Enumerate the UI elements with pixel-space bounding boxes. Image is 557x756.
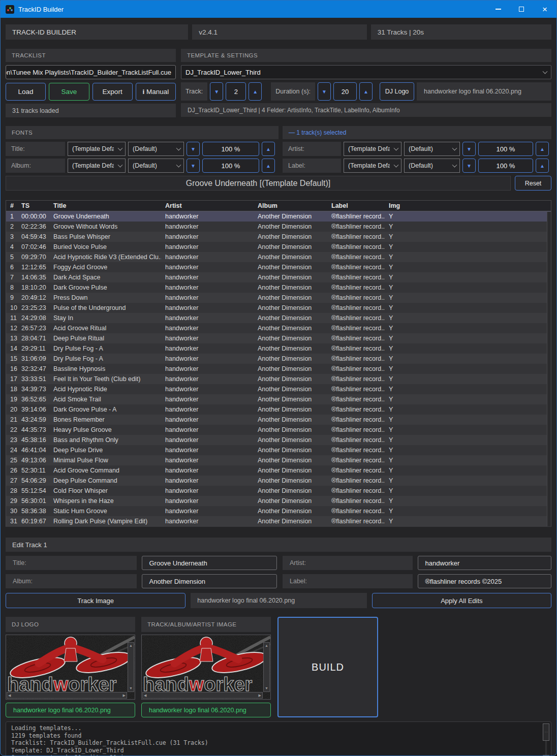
font-title-style-select[interactable]: (Default) (128, 142, 184, 156)
table-row[interactable]: 16 32:32:47 Bassline Hypnosis handworker… (6, 364, 551, 374)
font-artist-style-select[interactable]: (Default) (404, 142, 460, 156)
build-button[interactable]: BUILD (277, 617, 378, 717)
dj-logo-button[interactable]: DJ Logo (380, 82, 414, 101)
edit-label-input[interactable]: ®flashliner records ©2025 (418, 574, 552, 588)
table-row[interactable]: 31 60:19:67 Rolling Dark Pulse (Vampire … (6, 516, 551, 526)
table-row[interactable]: 9 20:49:12 Press Down handworker Another… (6, 293, 551, 303)
horizontal-scrollbar[interactable]: ◀▶ (142, 692, 263, 699)
table-row[interactable]: 13 28:04:71 Deep Pulse Ritual handworker… (6, 333, 551, 343)
table-row[interactable]: 7 14:06:35 Dark Acid Space handworker An… (6, 272, 551, 282)
track-value[interactable]: 2 (226, 82, 246, 101)
table-row[interactable]: 27 54:06:29 Deep Pulse Command handworke… (6, 476, 551, 486)
window-title: TrackID Builder (18, 6, 64, 13)
font-label-style-select[interactable]: (Default) (404, 159, 460, 173)
font-title-size-up[interactable]: ▲ (262, 142, 275, 156)
maximize-button[interactable] (510, 1, 533, 18)
log-line: Template: DJ_TrackID_Lower_Third (11, 747, 539, 754)
font-title-size-down[interactable]: ▼ (187, 142, 200, 156)
table-row[interactable]: 15 31:06:09 Dry Pulse Fog - A handworker… (6, 354, 551, 364)
duration-value[interactable]: 20 (333, 82, 357, 101)
table-row[interactable]: 12 26:57:23 Acid Groove Ritual handworke… (6, 323, 551, 333)
arrow-down-icon: ▼ (191, 146, 196, 152)
edit-album-input[interactable]: Another Dimension (142, 574, 277, 588)
font-artist-size-value[interactable]: 100 % (478, 142, 533, 156)
table-row[interactable]: 5 09:29:70 Acid Hypnotic Ride V3 (Extend… (6, 252, 551, 262)
chevron-down-icon (394, 163, 399, 168)
table-row[interactable]: 1 00:00:00 Groove Underneath handworker … (6, 211, 551, 222)
table-row[interactable]: 2 02:22:36 Groove Without Words handwork… (6, 222, 551, 232)
template-select[interactable]: DJ_TrackID_Lower_Third (181, 65, 551, 79)
vertical-scrollbar[interactable]: ▲▼ (263, 642, 270, 692)
horizontal-scrollbar[interactable]: ◀▶ (7, 692, 127, 699)
handworker-logo-image: handworker (6, 635, 135, 700)
font-artist-size-up[interactable]: ▲ (536, 142, 549, 156)
export-button[interactable]: Export (92, 83, 133, 101)
template-info: DJ_TrackID_Lower_Third | 4 Felder: Artis… (181, 103, 551, 117)
chevron-down-icon (452, 146, 457, 151)
table-row[interactable]: 26 52:30:11 Acid Groove Command handwork… (6, 465, 551, 476)
font-label-size-up[interactable]: ▲ (536, 159, 549, 173)
font-title-size-value[interactable]: 100 % (202, 142, 259, 156)
track-increment-button[interactable]: ▲ (249, 82, 262, 101)
font-album-size-value[interactable]: 100 % (202, 159, 259, 173)
track-decrement-button[interactable]: ▼ (210, 82, 223, 101)
log-output[interactable]: Loading templates... 1219 templates foun… (6, 721, 551, 756)
scrollbar-thumb[interactable]: ·· (543, 723, 549, 741)
table-row[interactable]: 23 45:38:16 Bass and Rhythm Only handwor… (6, 435, 551, 445)
font-title-family-select[interactable]: (Template Default) (68, 142, 126, 156)
log-scrollbar[interactable]: ·· ▼ (543, 723, 549, 756)
table-row[interactable]: 4 07:02:46 Buried Voice Pulse handworker… (6, 242, 551, 252)
font-album-size-down[interactable]: ▼ (187, 159, 200, 173)
font-artist-size-down[interactable]: ▼ (462, 142, 476, 156)
tracklist-path-input[interactable]: on\Tunee Mix Playlists\TrackID_Builder_T… (6, 65, 176, 79)
track-image-button[interactable]: Track Image (6, 593, 185, 608)
table-row[interactable]: 20 39:14:06 Dark Groove Pulse - A handwo… (6, 404, 551, 415)
table-row[interactable]: 22 44:35:73 Heavy Pulse Groove handworke… (6, 425, 551, 435)
chevron-down-icon (543, 69, 548, 74)
apply-all-edits-button[interactable]: Apply All Edits (372, 593, 551, 608)
table-row[interactable]: 6 12:12:65 Foggy Acid Groove handworker … (6, 262, 551, 272)
table-row[interactable]: 30 58:36:38 Static Hum Groove handworker… (6, 506, 551, 516)
reset-button[interactable]: Reset (515, 176, 551, 191)
table-row[interactable]: 8 18:10:20 Dark Groove Pulse handworker … (6, 282, 551, 293)
font-album-style-select[interactable]: (Default) (128, 159, 184, 173)
duration-increment-button[interactable]: ▲ (359, 82, 373, 101)
arrow-up-icon: ▲ (253, 89, 258, 94)
table-row[interactable]: 3 04:59:43 Bass Pulse Whisper handworker… (6, 232, 551, 242)
save-button[interactable]: Save (49, 83, 89, 101)
arrow-up-icon: ▲ (540, 146, 545, 152)
table-row[interactable]: 29 56:30:01 Whispers in the Haze handwor… (6, 496, 551, 506)
font-album-size-up[interactable]: ▲ (262, 159, 275, 173)
table-row[interactable]: 11 24:29:08 Stay In handworker Another D… (6, 313, 551, 323)
arrow-down-icon: ▼ (322, 89, 327, 94)
load-button[interactable]: Load (6, 83, 46, 101)
vertical-scrollbar[interactable]: ▲▼ (128, 642, 134, 692)
table-row[interactable]: 28 55:12:54 Cold Floor Whisper handworke… (6, 486, 551, 496)
chevron-down-icon (118, 146, 123, 151)
font-label-size-value[interactable]: 100 % (478, 159, 533, 173)
table-row[interactable]: 17 33:33:51 Feel It in Your Teeth (Club … (6, 374, 551, 384)
font-label-size-down[interactable]: ▼ (462, 159, 476, 173)
table-row[interactable]: 24 46:41:04 Deep Pulse Drive handworker … (6, 445, 551, 455)
arrow-down-icon: ▼ (467, 163, 472, 169)
table-row[interactable]: 18 34:39:73 Acid Hypnotic Ride handworke… (6, 384, 551, 394)
table-row[interactable]: 19 36:52:65 Acid Smoke Trail handworker … (6, 394, 551, 404)
chevron-down-icon (394, 146, 399, 151)
edit-artist-input[interactable]: handworker (418, 556, 552, 570)
font-album-family-select[interactable]: (Template Default) (68, 159, 126, 173)
minimize-button[interactable] (486, 1, 510, 18)
font-label-family-select[interactable]: (Template Default) (344, 159, 401, 173)
table-row[interactable]: 21 43:24:59 Bones Remember handworker An… (6, 415, 551, 425)
close-button[interactable]: × (533, 1, 556, 18)
table-scrollbar[interactable] (547, 212, 551, 526)
chevron-down-icon (118, 163, 123, 168)
table-row[interactable]: 25 49:13:06 Minimal Pulse Flow handworke… (6, 455, 551, 465)
table-row[interactable]: 10 23:25:23 Pulse of the Underground han… (6, 303, 551, 313)
edit-title-label: Title: (6, 556, 137, 570)
edit-title-input[interactable]: Groove Underneath (142, 556, 277, 570)
manual-button[interactable]: i Manual (136, 83, 176, 101)
duration-decrement-button[interactable]: ▼ (318, 82, 331, 101)
font-artist-family-select[interactable]: (Template Default) (344, 142, 401, 156)
table-row[interactable]: 14 29:29:11 Dry Pulse Fog - A handworker… (6, 343, 551, 354)
track-table: # TS Title Artist Album Label Img 1 00:0… (6, 200, 551, 527)
